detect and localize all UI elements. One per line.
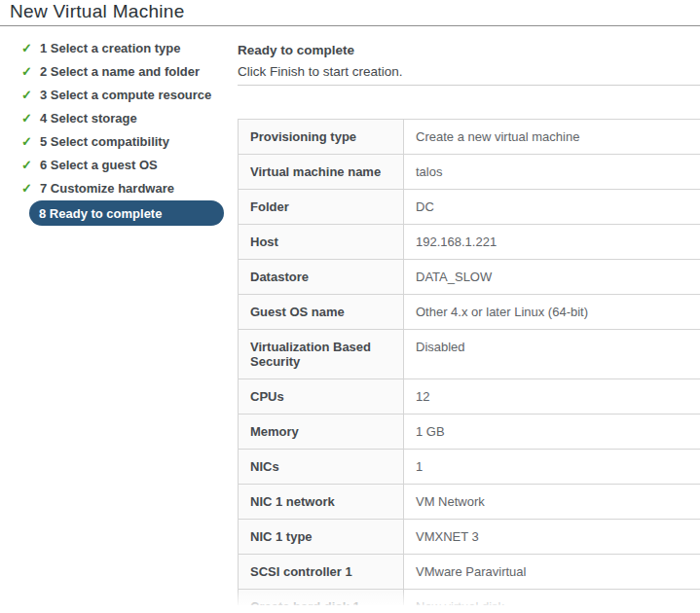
summary-row-label: Folder — [239, 190, 404, 225]
check-icon: ✓ — [21, 159, 34, 171]
summary-row-label: Datastore — [239, 260, 404, 295]
check-icon: ✓ — [21, 65, 34, 78]
step-label: 5 Select compatibility — [40, 134, 169, 149]
summary-row: Guest OS name Other 4.x or later Linux (… — [239, 295, 700, 330]
summary-row-value: DC — [404, 190, 700, 225]
summary-row: NICs 1 — [239, 450, 700, 485]
summary-row-value: Disabled — [404, 330, 700, 379]
summary-row-value: Create a new virtual machine — [404, 120, 700, 155]
summary-row: Memory 1 GB — [239, 415, 700, 450]
title-divider — [0, 25, 700, 26]
panel-divider — [238, 85, 700, 86]
wizard-step[interactable]: ✓ 2 Select a name and folder — [0, 59, 234, 83]
summary-row-label: Virtualization Based Security — [239, 330, 404, 379]
step-label: 2 Select a name and folder — [40, 64, 200, 79]
step-label: 8 Ready to complete — [39, 206, 162, 221]
summary-table: Provisioning type Create a new virtual m… — [238, 119, 700, 605]
summary-row: Virtual machine name talos — [239, 155, 700, 190]
wizard-step-active[interactable]: 8 Ready to complete — [29, 200, 224, 226]
check-icon: ✓ — [21, 112, 34, 125]
check-icon: ✓ — [21, 89, 34, 101]
summary-row-label: CPUs — [239, 379, 404, 415]
summary-row-label: Guest OS name — [239, 295, 404, 330]
summary-row-label: SCSI controller 1 — [239, 555, 404, 590]
summary-row-value: 192.168.1.221 — [404, 225, 700, 260]
summary-row: Create hard disk 1 New virtual disk — [239, 590, 700, 606]
summary-row: Provisioning type Create a new virtual m… — [239, 120, 700, 155]
panel-subheading: Click Finish to start creation. — [238, 64, 403, 79]
summary-row-value: 12 — [404, 379, 700, 415]
summary-row: NIC 1 type VMXNET 3 — [239, 520, 700, 555]
step-label: 4 Select storage — [40, 111, 137, 126]
step-label: 7 Customize hardware — [40, 181, 174, 196]
summary-row: Host 192.168.1.221 — [239, 225, 700, 260]
summary-row-label: Virtual machine name — [239, 155, 404, 190]
summary-row-label: Create hard disk 1 — [239, 590, 404, 606]
step-label: 6 Select a guest OS — [40, 158, 158, 172]
summary-row: Virtualization Based Security Disabled — [239, 330, 700, 379]
summary-row-value: Other 4.x or later Linux (64-bit) — [404, 295, 700, 330]
summary-row-label: NIC 1 type — [239, 520, 404, 555]
summary-row: CPUs 12 — [239, 379, 700, 415]
summary-row-value: DATA_SLOW — [404, 260, 700, 295]
summary-row-label: NIC 1 network — [239, 485, 404, 520]
step-label: 3 Select a compute resource — [40, 88, 211, 102]
summary-row: Datastore DATA_SLOW — [239, 260, 700, 295]
summary-row: SCSI controller 1 VMware Paravirtual — [239, 555, 700, 590]
wizard-step[interactable]: ✓ 1 Select a creation type — [0, 36, 234, 59]
summary-row-value: VM Network — [404, 485, 700, 520]
check-icon: ✓ — [21, 182, 34, 195]
wizard-steps: ✓ 1 Select a creation type ✓ 2 Select a … — [0, 36, 234, 226]
summary-row: NIC 1 network VM Network — [239, 485, 700, 520]
new-vm-wizard: { "title": "New Virtual Machine", "color… — [0, 0, 700, 613]
wizard-step[interactable]: ✓ 4 Select storage — [0, 106, 234, 129]
summary-row: Folder DC — [239, 190, 700, 225]
check-icon: ✓ — [21, 135, 34, 148]
page-title: New Virtual Machine — [10, 1, 185, 22]
summary-row-value: New virtual disk — [404, 590, 700, 606]
wizard-step[interactable]: ✓ 3 Select a compute resource — [0, 83, 234, 106]
panel-heading: Ready to complete — [238, 43, 354, 57]
summary-row-value: VMware Paravirtual — [404, 555, 700, 590]
summary-row-value: VMXNET 3 — [404, 520, 700, 555]
check-icon: ✓ — [21, 42, 34, 54]
step-label: 1 Select a creation type — [40, 41, 181, 55]
wizard-step[interactable]: ✓ 6 Select a guest OS — [0, 153, 234, 176]
summary-row-value: talos — [404, 155, 700, 190]
summary-row-label: Host — [239, 225, 404, 260]
wizard-step[interactable]: ✓ 5 Select compatibility — [0, 129, 234, 153]
wizard-step[interactable]: ✓ 7 Customize hardware — [0, 176, 234, 199]
summary-table-container: Provisioning type Create a new virtual m… — [238, 119, 700, 605]
summary-row-label: NICs — [239, 450, 404, 485]
summary-row-label: Provisioning type — [239, 120, 404, 155]
summary-row-label: Memory — [239, 415, 404, 450]
summary-row-value: 1 GB — [404, 415, 700, 450]
summary-row-value: 1 — [404, 450, 700, 485]
